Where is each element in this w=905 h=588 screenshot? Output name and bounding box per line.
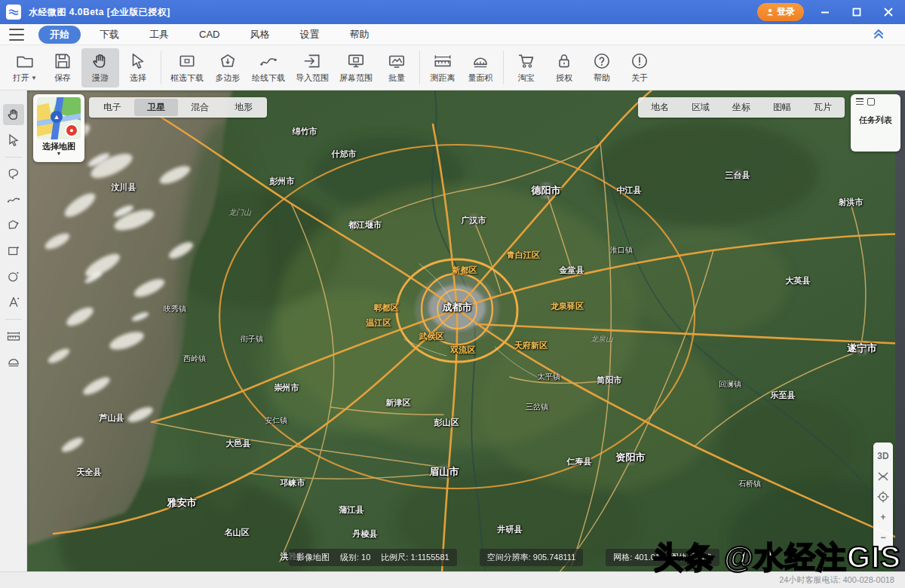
locate-icon [877, 491, 889, 503]
import-range-button[interactable]: 导入范围 [290, 48, 334, 87]
license-button[interactable]: 授权 [545, 48, 583, 87]
maptype-hybrid-button[interactable]: 混合 [178, 99, 222, 116]
hamburger-menu-icon[interactable] [9, 29, 24, 41]
toggle-sheets-button[interactable]: 图幅 [762, 99, 802, 116]
measure-distance-button[interactable]: 测距离 [424, 48, 462, 87]
overlay-toggle-bar: 地名 区域 坐标 图幅 瓦片 [638, 97, 845, 118]
taobao-button[interactable]: 淘宝 [508, 48, 545, 87]
toolbar-divider [503, 51, 504, 84]
screen-range-button[interactable]: 屏幕范围 [334, 48, 378, 87]
caret-down-icon: ▼ [57, 152, 62, 155]
cart-icon [517, 51, 536, 71]
zoom-out-button[interactable]: − [874, 527, 892, 547]
side-measure-distance-button[interactable] [3, 326, 24, 347]
tab-tools[interactable]: 工具 [138, 26, 180, 44]
draw-polyline-button[interactable] [3, 189, 24, 210]
license-label: 授权 [556, 72, 572, 84]
tab-help[interactable]: 帮助 [338, 26, 380, 44]
save-button[interactable]: 保存 [44, 48, 81, 87]
map-source-logo-icon: ▲ ● [37, 97, 81, 139]
help-button[interactable]: 帮助 [583, 48, 621, 87]
login-label: 登录 [777, 5, 795, 18]
open-button[interactable]: 打开▼ [6, 48, 44, 87]
draw-text-button[interactable] [3, 292, 24, 313]
toggle-regions-button[interactable]: 区域 [680, 99, 721, 116]
cursor-icon [6, 133, 21, 148]
draw-polygon-button[interactable] [3, 215, 24, 236]
tab-cad[interactable]: CAD [188, 26, 231, 42]
draw-rectangle-button[interactable] [3, 240, 24, 262]
pan-label: 漫游 [92, 72, 109, 84]
map-canvas[interactable]: 成都市德阳市遂宁市资阳市眉山市雅安市汶川县彭州市什邡市绵竹市都江堰市广汉市金堂县… [27, 90, 905, 571]
select-button[interactable]: 选择 [119, 48, 157, 87]
tab-start[interactable]: 开始 [38, 26, 81, 44]
tab-download[interactable]: 下载 [88, 26, 130, 44]
batch-button[interactable]: 批量 [378, 48, 416, 87]
folder-icon [15, 51, 35, 71]
rectangle-icon [6, 243, 21, 259]
map-status-bar: 影像地图 级别: 10 比例尺: 1:1155581 空间分辨率: 905.74… [289, 549, 719, 566]
tab-settings[interactable]: 设置 [288, 26, 330, 44]
maximize-button[interactable] [846, 4, 867, 20]
ruler-icon [433, 51, 452, 71]
toggle-tiles-button[interactable]: 瓦片 [802, 99, 843, 116]
side-measure-area-button[interactable] [3, 351, 24, 372]
box-download-button[interactable]: 框选下载 [165, 48, 209, 87]
grid-icon [867, 98, 875, 106]
ruler-icon [6, 329, 21, 344]
batch-label: 批量 [388, 72, 405, 84]
maptype-satellite-button[interactable]: 卫星 [134, 99, 178, 116]
about-label: 关于 [631, 72, 648, 84]
polygon-download-button[interactable]: 多边形 [209, 48, 247, 87]
about-button[interactable]: 关于 [621, 48, 658, 87]
measure-area-button[interactable]: 量面积 [462, 48, 499, 87]
compass-button[interactable] [874, 466, 892, 486]
toggle-3d-button[interactable]: 3D [874, 446, 892, 466]
minimize-button[interactable] [814, 4, 836, 20]
ribbon-toolbar: 打开▼ 保存 漫游 选择 框选下载 多边形 绘线下载 导入范围 [0, 45, 905, 90]
status-layer: 影像地图 [296, 552, 330, 563]
info-circle-icon [630, 51, 649, 71]
draw-freehand-button[interactable] [3, 164, 24, 185]
taobao-label: 淘宝 [518, 72, 535, 84]
map-nav-controls: 3D + − [873, 443, 893, 550]
logo-badge-icon: ● [65, 124, 78, 137]
status-resolution: 空间分辨率: 905.748111 [487, 552, 576, 563]
status-grid: 网格: 401.01 [613, 552, 660, 563]
side-pan-button[interactable] [3, 104, 24, 125]
map-source-switcher[interactable]: ▲ ● 选择地图 ▼ [33, 94, 84, 162]
lock-icon [554, 51, 574, 71]
screen-range-label: 屏幕范围 [339, 72, 373, 84]
compass-icon [877, 470, 889, 482]
collapse-ribbon-button[interactable] [872, 26, 885, 43]
side-select-button[interactable] [3, 130, 24, 151]
text-icon [6, 295, 21, 310]
menu-bar: 开始 下载 工具 CAD 风格 设置 帮助 [0, 24, 905, 45]
line-download-button[interactable]: 绘线下载 [247, 48, 290, 87]
zoom-in-button[interactable]: + [874, 507, 892, 527]
maptype-vector-button[interactable]: 电子 [90, 99, 134, 116]
draw-circle-button[interactable] [3, 266, 24, 287]
polygon-download-label: 多边形 [216, 72, 241, 84]
save-label: 保存 [54, 72, 71, 84]
toggle-placenames-button[interactable]: 地名 [640, 99, 680, 116]
support-phone: 24小时客服电话: 400-028-0018 [779, 574, 894, 586]
satellite-terrain [27, 90, 905, 571]
cursor-icon [128, 51, 148, 71]
circle-icon [6, 269, 21, 284]
window-title: 水经微图 4.0Beta [企业版已授权] [29, 6, 170, 19]
login-button[interactable]: 登录 [757, 3, 804, 21]
locate-button[interactable] [874, 486, 892, 507]
save-icon [53, 51, 72, 71]
tab-style[interactable]: 风格 [238, 26, 281, 44]
pan-button[interactable]: 漫游 [81, 48, 119, 87]
close-button[interactable] [878, 4, 899, 20]
import-icon [302, 51, 322, 71]
box-select-icon [177, 51, 197, 71]
status-grid-pill: 网格: 401.01 图块无偏移 [606, 549, 719, 566]
toggle-coordinates-button[interactable]: 坐标 [721, 99, 762, 116]
area-icon [471, 51, 490, 71]
maptype-terrain-button[interactable]: 地形 [222, 99, 265, 116]
task-list-panel[interactable]: 任务列表 [851, 94, 900, 152]
side-divider [5, 157, 22, 158]
